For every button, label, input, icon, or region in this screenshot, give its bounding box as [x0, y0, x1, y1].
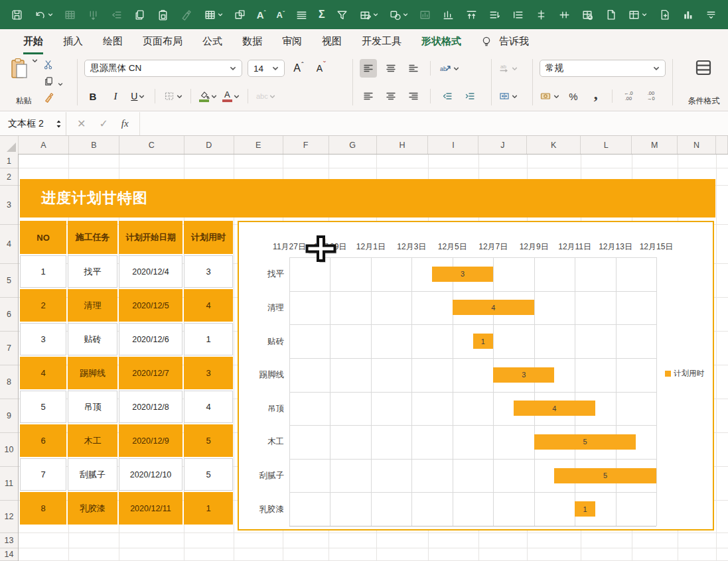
decrease-indent-button[interactable]: [439, 87, 456, 105]
tab-tell-me[interactable]: 告诉我: [499, 29, 529, 54]
document-add-icon[interactable]: [658, 5, 671, 24]
table-cell[interactable]: 清理: [68, 289, 117, 322]
formula-input[interactable]: [139, 112, 728, 135]
font-color-button[interactable]: A: [222, 87, 240, 105]
cancel-icon[interactable]: ✕: [77, 117, 86, 130]
comma-style-button[interactable]: ,: [587, 87, 605, 105]
tab-home开始[interactable]: 开始: [23, 29, 43, 54]
column-header-D[interactable]: D: [184, 136, 234, 154]
autosum-icon[interactable]: Σ: [319, 5, 325, 24]
table-cell[interactable]: 7: [20, 458, 66, 491]
align-left-button[interactable]: [360, 87, 377, 105]
tab-审阅[interactable]: 审阅: [282, 29, 302, 54]
table-style-icon[interactable]: [628, 5, 647, 24]
table-cell[interactable]: 1: [20, 255, 66, 288]
table-cell[interactable]: 5: [20, 391, 66, 423]
increase-decimal-button[interactable]: ←.0.00: [620, 87, 637, 105]
table-header-cell[interactable]: 计划开始日期: [119, 221, 182, 254]
distribute-vertical-icon[interactable]: [535, 5, 547, 24]
erase-table-icon[interactable]: [359, 5, 378, 24]
bold-button[interactable]: B: [84, 87, 102, 105]
currency-format-button[interactable]: [540, 87, 559, 105]
italic-button[interactable]: I: [107, 87, 124, 105]
table-cell[interactable]: 2020/12/4: [119, 255, 182, 288]
orientation-button[interactable]: ab: [439, 59, 459, 78]
table-cell[interactable]: 踢脚线: [68, 357, 117, 389]
copy-icon[interactable]: [43, 76, 62, 90]
chart-legend[interactable]: 计划用时: [665, 369, 704, 379]
tab-形状格式[interactable]: 形状格式: [421, 29, 461, 54]
align-center-button[interactable]: [382, 87, 400, 105]
text-left-icon[interactable]: [512, 5, 524, 24]
insert-function-button[interactable]: fx: [121, 118, 129, 129]
row-header-2[interactable]: 2: [0, 168, 18, 186]
select-all-corner[interactable]: [0, 136, 19, 154]
gantt-bar[interactable]: 4: [514, 401, 595, 416]
tab-开发工具[interactable]: 开发工具: [362, 29, 401, 54]
filter-icon[interactable]: [336, 5, 348, 24]
table-header-cell[interactable]: NO: [20, 221, 66, 254]
cut-icon[interactable]: [43, 59, 62, 73]
row-header-11[interactable]: 11: [0, 467, 18, 501]
enter-icon[interactable]: ✓: [99, 117, 108, 130]
table-cell[interactable]: 4: [20, 357, 66, 389]
font-name-combo[interactable]: 思源黑体 CN: [84, 60, 242, 77]
gantt-bar[interactable]: 5: [534, 434, 636, 450]
table-cell[interactable]: 2020/12/8: [119, 391, 182, 423]
align-top-icon[interactable]: [465, 5, 478, 24]
table-cell[interactable]: 3: [20, 323, 66, 355]
column-header-K[interactable]: K: [527, 136, 581, 154]
table-cell[interactable]: 1: [184, 323, 233, 355]
paste-button[interactable]: 粘贴: [9, 58, 38, 107]
row-header-4[interactable]: 4: [0, 225, 18, 264]
table-cell[interactable]: 2020/12/9: [119, 424, 182, 457]
collapse-ribbon-icon[interactable]: [705, 5, 717, 24]
column-header-H[interactable]: H: [377, 136, 429, 154]
gantt-bar[interactable]: 1: [473, 334, 494, 349]
table-header-cell[interactable]: 计划用时: [184, 221, 233, 254]
table-cell[interactable]: 乳胶漆: [68, 492, 117, 525]
fill-color-button[interactable]: [199, 87, 217, 105]
table-cell[interactable]: 5: [184, 458, 233, 491]
align-right-button[interactable]: [405, 87, 422, 105]
text-right-icon[interactable]: [488, 5, 501, 24]
row-header-1[interactable]: 1: [0, 154, 18, 168]
tab-插入[interactable]: 插入: [63, 29, 83, 54]
gantt-bar[interactable]: 3: [493, 367, 554, 383]
borders-button[interactable]: [163, 87, 182, 105]
table-cell[interactable]: 吊顶: [68, 391, 117, 423]
column-header-L[interactable]: L: [581, 136, 632, 154]
sort-chart-icon[interactable]: [442, 5, 455, 24]
gantt-bar[interactable]: 3: [432, 267, 493, 282]
table-calc-icon[interactable]: [581, 5, 594, 24]
decrease-decimal-button[interactable]: .00→0: [642, 87, 660, 105]
underline-button[interactable]: U: [129, 87, 147, 105]
table-cell[interactable]: 5: [184, 424, 233, 457]
table-cell[interactable]: 6: [20, 424, 66, 457]
font-size-combo[interactable]: 14: [248, 60, 285, 77]
column-header-G[interactable]: G: [329, 136, 377, 154]
table-cell[interactable]: 2020/12/6: [119, 323, 182, 355]
row-header-3[interactable]: 3: [0, 186, 18, 225]
column-header-M[interactable]: M: [632, 136, 678, 154]
name-box[interactable]: 文本框 2: [0, 112, 66, 135]
increase-font-button[interactable]: Aˆ: [290, 59, 307, 78]
column-header-C[interactable]: C: [119, 136, 184, 154]
row-header-12[interactable]: 12: [0, 501, 18, 533]
tab-视图[interactable]: 视图: [322, 29, 342, 54]
format-painter-icon[interactable]: [43, 92, 62, 105]
column-header-partial[interactable]: [716, 136, 728, 154]
row-header-6[interactable]: 6: [0, 298, 18, 332]
row-header-9[interactable]: 9: [0, 399, 18, 433]
column-header-F[interactable]: F: [283, 136, 329, 154]
banner-cell[interactable]: 进度计划甘特图: [20, 179, 715, 218]
table-cell[interactable]: 3: [184, 357, 233, 389]
column-header-I[interactable]: I: [428, 136, 478, 154]
number-format-combo[interactable]: 常规: [540, 60, 666, 77]
table-cell[interactable]: 2020/12/10: [119, 458, 182, 491]
arrange-shapes-icon[interactable]: [234, 5, 246, 24]
table-cell[interactable]: 4: [184, 289, 233, 322]
column-chart-icon[interactable]: [682, 5, 694, 24]
table-header-cell[interactable]: 施工任务: [68, 221, 117, 254]
undo-icon[interactable]: [34, 5, 53, 24]
